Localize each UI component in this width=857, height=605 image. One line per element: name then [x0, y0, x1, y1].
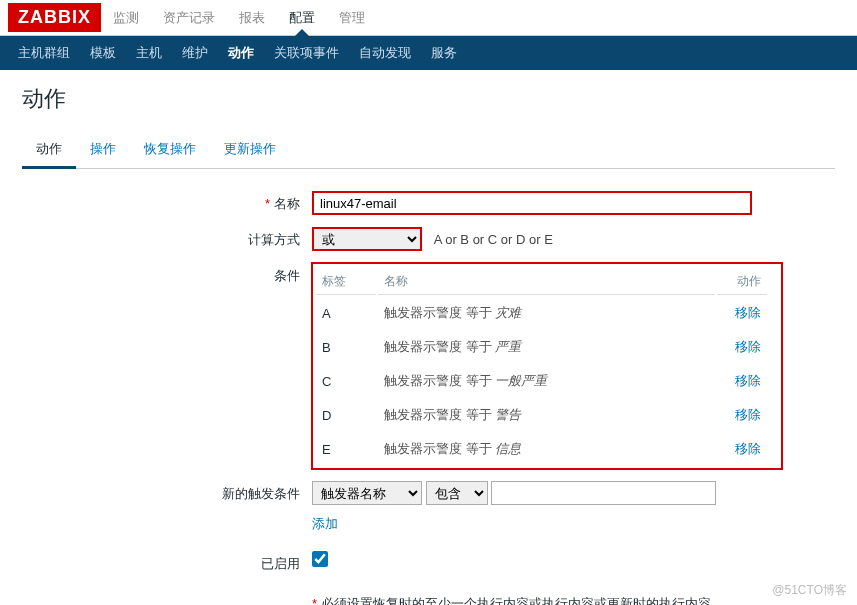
remove-link[interactable]: 移除	[735, 339, 761, 354]
table-row: B触发器示警度 等于 严重移除	[316, 331, 767, 363]
top-nav: ZABBIX 监测资产记录报表配置管理	[0, 0, 857, 36]
subnav-item-4[interactable]: 动作	[218, 37, 264, 68]
remove-link[interactable]: 移除	[735, 441, 761, 456]
newcond-label: 新的触发条件	[222, 486, 300, 501]
tab-1[interactable]: 操作	[76, 132, 130, 169]
watermark: @51CTO博客	[772, 582, 847, 599]
table-row: A触发器示警度 等于 灾难移除	[316, 297, 767, 329]
cond-desc: 触发器示警度 等于 灾难	[378, 297, 715, 329]
subnav-item-7[interactable]: 服务	[421, 37, 467, 68]
th-name: 名称	[378, 269, 715, 295]
tab-2[interactable]: 恢复操作	[130, 132, 210, 169]
th-label: 标签	[316, 269, 376, 295]
calc-select[interactable]: 或	[312, 227, 422, 251]
newcond-value-input[interactable]	[491, 481, 716, 505]
remove-link[interactable]: 移除	[735, 373, 761, 388]
cond-label: E	[316, 433, 376, 465]
topnav-item-4[interactable]: 管理	[327, 1, 377, 35]
cond-label: C	[316, 365, 376, 397]
th-action: 动作	[717, 269, 767, 295]
topnav-item-0[interactable]: 监测	[101, 1, 151, 35]
subnav-item-0[interactable]: 主机群组	[8, 37, 80, 68]
subnav-item-6[interactable]: 自动发现	[349, 37, 421, 68]
subnav-item-1[interactable]: 模板	[80, 37, 126, 68]
cond-label: B	[316, 331, 376, 363]
page-title: 动作	[22, 84, 835, 114]
calc-hint: A or B or C or D or E	[434, 232, 553, 247]
tab-0[interactable]: 动作	[22, 132, 76, 169]
main: 动作 动作操作恢复操作更新操作 *名称 计算方式 或 A or B or C o…	[0, 70, 857, 605]
sub-nav: 主机群组模板主机维护动作关联项事件自动发现服务	[0, 36, 857, 70]
cond-desc: 触发器示警度 等于 信息	[378, 433, 715, 465]
name-label: 名称	[274, 196, 300, 211]
conditions-table: 标签 名称 动作 A触发器示警度 等于 灾难移除B触发器示警度 等于 严重移除C…	[314, 267, 769, 467]
tab-3[interactable]: 更新操作	[210, 132, 290, 169]
name-input[interactable]	[312, 191, 752, 215]
remove-link[interactable]: 移除	[735, 305, 761, 320]
cond-desc: 触发器示警度 等于 一般严重	[378, 365, 715, 397]
tabs: 动作操作恢复操作更新操作	[22, 132, 835, 169]
calc-label: 计算方式	[248, 232, 300, 247]
remove-link[interactable]: 移除	[735, 407, 761, 422]
logo: ZABBIX	[8, 3, 101, 32]
cond-label: A	[316, 297, 376, 329]
enabled-label: 已启用	[261, 556, 300, 571]
table-row: E触发器示警度 等于 信息移除	[316, 433, 767, 465]
topnav-item-1[interactable]: 资产记录	[151, 1, 227, 35]
enabled-checkbox[interactable]	[312, 551, 328, 567]
subnav-item-3[interactable]: 维护	[172, 37, 218, 68]
table-row: C触发器示警度 等于 一般严重移除	[316, 365, 767, 397]
newcond-op-select[interactable]: 包含	[426, 481, 488, 505]
cond-label: D	[316, 399, 376, 431]
table-row: D触发器示警度 等于 警告移除	[316, 399, 767, 431]
footnote: 必须设置恢复时的至少一个执行内容或执行内容或更新时的执行内容。	[321, 596, 724, 605]
subnav-item-5[interactable]: 关联项事件	[264, 37, 349, 68]
add-link[interactable]: 添加	[312, 516, 338, 531]
subnav-item-2[interactable]: 主机	[126, 37, 172, 68]
cond-label: 条件	[274, 268, 300, 283]
cond-desc: 触发器示警度 等于 警告	[378, 399, 715, 431]
topnav-item-2[interactable]: 报表	[227, 1, 277, 35]
cond-desc: 触发器示警度 等于 严重	[378, 331, 715, 363]
newcond-type-select[interactable]: 触发器名称	[312, 481, 422, 505]
topnav-item-3[interactable]: 配置	[277, 1, 327, 35]
